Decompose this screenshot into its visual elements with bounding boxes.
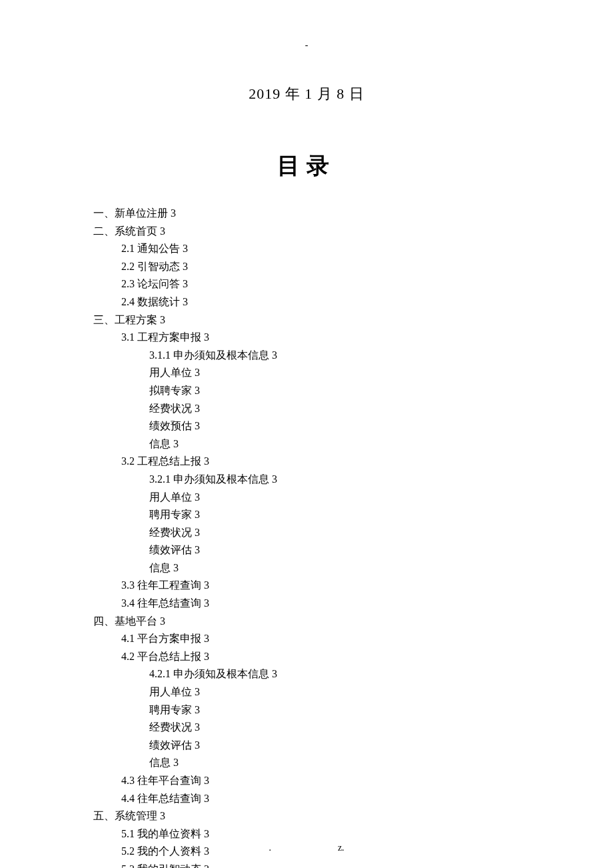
toc-entry: 3.2.1 申办须知及根本信息 3 bbox=[149, 471, 520, 488]
toc-entry: 经费状况 3 bbox=[149, 400, 520, 417]
toc-entry: 3.1.1 申办须知及根本信息 3 bbox=[149, 347, 520, 364]
toc-entry: 信息 3 bbox=[149, 754, 520, 771]
toc-entry: 2.4 数据统计 3 bbox=[121, 293, 520, 311]
toc-entry: 4.2 平台总结上报 3 bbox=[121, 648, 520, 665]
toc-entry: 聘用专家 3 bbox=[149, 701, 520, 719]
toc-entry: 2.3 论坛问答 3 bbox=[121, 275, 520, 293]
toc-entry: 信息 3 bbox=[149, 559, 520, 577]
toc-entry: 二、系统首页 3 bbox=[93, 223, 520, 240]
toc-entry: 4.2.1 申办须知及根本信息 3 bbox=[149, 665, 520, 683]
toc-entry: 4.4 往年总结查询 3 bbox=[121, 790, 520, 807]
toc-entry: 绩效评估 3 bbox=[149, 737, 520, 754]
toc-entry: 4.1 平台方案申报 3 bbox=[121, 630, 520, 647]
toc-entry: 拟聘专家 3 bbox=[149, 382, 520, 399]
date-line: 2019 年 1 月 8 日 bbox=[93, 84, 520, 104]
toc-entry: 经费状况 3 bbox=[149, 719, 520, 736]
toc-entry: 3.3 往年工程查询 3 bbox=[121, 577, 520, 594]
toc-entry: 2.1 通知公告 3 bbox=[121, 240, 520, 257]
toc-entry: 4.3 往年平台查询 3 bbox=[121, 772, 520, 789]
toc-entry: 5.3 我的引智动态 3 bbox=[121, 861, 520, 868]
toc-entry: 聘用专家 3 bbox=[149, 506, 520, 523]
toc-entry: 3.4 往年总结查询 3 bbox=[121, 595, 520, 612]
toc-entry: 用人单位 3 bbox=[149, 683, 520, 701]
toc-entry: 四、基地平台 3 bbox=[93, 613, 520, 630]
toc-entry: 三、工程方案 3 bbox=[93, 311, 520, 329]
toc-entry: 绩效预估 3 bbox=[149, 417, 520, 435]
toc-entry: 2.2 引智动态 3 bbox=[121, 258, 520, 275]
footer-dot: . bbox=[269, 843, 271, 853]
toc-entry: 绩效评估 3 bbox=[149, 541, 520, 559]
page-footer: .z. bbox=[0, 843, 613, 853]
toc-entry: 用人单位 3 bbox=[149, 489, 520, 506]
toc-entry: 用人单位 3 bbox=[149, 364, 520, 381]
toc-title: 目录 bbox=[93, 151, 520, 181]
footer-z: z. bbox=[338, 843, 344, 853]
toc-entry: 3.1 工程方案申报 3 bbox=[121, 329, 520, 346]
toc-entry: 一、新单位注册 3 bbox=[93, 205, 520, 222]
toc-entry: 5.1 我的单位资料 3 bbox=[121, 825, 520, 843]
document-page: - 2019 年 1 月 8 日 目录 一、新单位注册 3二、系统首页 32.1… bbox=[0, 0, 613, 868]
toc-entry: 五、系统管理 3 bbox=[93, 807, 520, 825]
toc-entry: 经费状况 3 bbox=[149, 524, 520, 541]
header-mark: - bbox=[93, 40, 520, 51]
toc-entry: 信息 3 bbox=[149, 435, 520, 453]
toc-entry: 3.2 工程总结上报 3 bbox=[121, 453, 520, 470]
toc-container: 一、新单位注册 3二、系统首页 32.1 通知公告 32.2 引智动态 32.3… bbox=[93, 205, 520, 868]
